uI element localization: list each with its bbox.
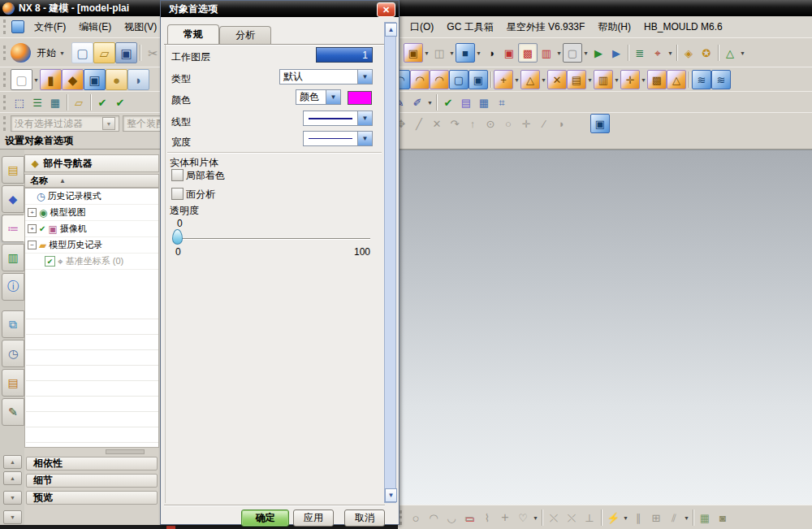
thicken-button[interactable]: ▣ <box>469 70 488 89</box>
toolbar-grip[interactable] <box>3 72 7 87</box>
sketch-fillet-button[interactable]: ◡ <box>443 509 460 527</box>
sketch-polyline-button[interactable]: ⌇ <box>478 509 496 527</box>
frame-select-button[interactable]: ⬚ <box>11 93 28 111</box>
through-curves-button[interactable]: ≋ <box>711 70 731 89</box>
extrude-button[interactable]: ▮ <box>40 69 62 90</box>
window-cascade-button[interactable]: ▶ <box>607 44 625 62</box>
sketch-movie-button[interactable]: ◙ <box>714 509 732 527</box>
rendering-style-button[interactable]: ◑ <box>482 44 500 62</box>
sketch-trim-button[interactable]: ⤬ <box>545 509 563 527</box>
cancel-button[interactable]: 取消 <box>344 509 385 527</box>
sketch-quick-trim-button[interactable]: ⚡ <box>604 509 622 527</box>
tree-item-history-mode[interactable]: ◷ 历史记录模式 <box>25 189 158 205</box>
tab-constraint-navigator[interactable]: ◆ <box>2 185 24 213</box>
snap-arc-icon[interactable]: ↷ <box>446 115 464 132</box>
linetype-combo[interactable]: ▼ <box>303 111 373 126</box>
save-button[interactable]: ▣ <box>115 42 137 63</box>
pull-face-button[interactable]: △ <box>520 70 540 89</box>
open-file-button[interactable]: ▱ <box>93 42 115 63</box>
snap-pole-icon[interactable]: ↑ <box>464 115 482 132</box>
tab-assembly-navigator[interactable]: ▤ <box>2 156 24 184</box>
toolbar-grip[interactable] <box>3 116 7 131</box>
note-tag-button[interactable]: ▱ <box>70 93 88 111</box>
tab-general[interactable]: 常规 <box>167 24 219 44</box>
sketch-circle-button[interactable]: ○ <box>407 509 425 527</box>
bounded-plane-button[interactable]: ▢ <box>449 70 469 89</box>
snap-intersection-icon[interactable]: ✛ <box>517 115 535 132</box>
sketch-trim2-button[interactable]: ⤬ <box>563 509 581 527</box>
menu-hb-mould[interactable]: HB_MOULD M6.6 <box>637 19 729 35</box>
toolbar-grip[interactable] <box>3 20 8 34</box>
check-list-button[interactable]: ▤ <box>457 93 475 111</box>
sketch-extend-button[interactable]: ⊥ <box>581 509 598 527</box>
shading-checkbox[interactable] <box>171 169 184 181</box>
nx-app-icon[interactable] <box>11 43 31 63</box>
tree-item-datum-csys[interactable]: ✔ ⌖ 基准坐标系 (0) <box>25 254 158 270</box>
color-combo[interactable]: 颜色 ▼ <box>296 89 341 105</box>
menu-edit[interactable]: 编辑(E) <box>72 18 118 37</box>
snapshot-button[interactable]: ▣ <box>404 43 423 63</box>
menu-gc-toolbox[interactable]: GC 工具箱 <box>440 18 499 37</box>
toolbar-grip[interactable] <box>3 95 7 110</box>
new-file-button[interactable]: ▢ <box>71 42 93 63</box>
sketch-dimension-button[interactable]: ⊞ <box>647 509 665 527</box>
sketch-point-button[interactable]: + <box>496 509 514 527</box>
menu-view[interactable]: 视图(V) <box>118 18 163 37</box>
work-layer-input[interactable]: 1 <box>316 47 373 63</box>
verify-1-button[interactable]: ✔ <box>93 93 111 111</box>
tab-internet-page[interactable]: ⧉ <box>2 310 24 338</box>
resource-scroll-top-button[interactable]: ▲ <box>3 455 22 469</box>
role-gold-button[interactable]: ◈ <box>680 44 698 62</box>
dialog-titlebar[interactable]: 对象首选项 <box>161 1 399 17</box>
tab-web-browser[interactable]: ⓘ <box>2 273 24 301</box>
start-button[interactable]: 开始 ▼ <box>31 42 71 63</box>
shell-button[interactable]: ◗ <box>127 69 149 90</box>
navigator-column-header[interactable]: 名称 ▲ <box>24 174 159 188</box>
tab-analysis[interactable]: 分析 <box>219 26 271 44</box>
dialog-scrollbar[interactable]: ▲ ▼ <box>384 22 396 503</box>
snap-endpoint-icon[interactable]: ╱ <box>410 115 428 132</box>
panel-dependencies[interactable]: 相依性 <box>26 457 158 470</box>
surface-swoop-button[interactable]: ◠ <box>410 70 430 89</box>
chevron-down-icon[interactable]: ▼ <box>357 111 372 125</box>
datum-triad-button[interactable]: △ <box>721 44 739 62</box>
key-tool-button[interactable]: ✪ <box>698 44 715 62</box>
delete-face-button[interactable]: ✕ <box>547 70 567 89</box>
chevron-down-icon[interactable]: ▼ <box>326 90 340 104</box>
tree-item-model-views[interactable]: + ◉ 模型视图 <box>25 205 158 221</box>
boss-button[interactable]: ● <box>106 69 127 90</box>
facet-body-button[interactable]: ▥ <box>538 44 555 62</box>
selection-filter-combo[interactable]: 没有选择过滤器 ▼ <box>11 115 119 132</box>
resource-scroll-bottom-button[interactable]: ▼ <box>3 510 22 524</box>
copy-face-button[interactable]: ▤ <box>567 70 586 89</box>
snap-center-icon[interactable]: ⊙ <box>482 115 499 132</box>
hole-button[interactable]: ▣ <box>84 69 106 90</box>
resize-face-button[interactable]: ✛ <box>620 70 640 89</box>
snap-midpoint-icon[interactable]: ✕ <box>428 115 446 132</box>
expand-plus-icon[interactable]: + <box>28 224 37 233</box>
revolve-button[interactable]: ◆ <box>62 69 84 90</box>
width-combo[interactable]: ▼ <box>303 131 373 146</box>
layer-list-button[interactable]: ▦ <box>46 93 64 111</box>
transparency-slider-track[interactable] <box>174 238 370 239</box>
tab-part-navigator[interactable]: ≔ <box>2 215 24 242</box>
toolbar-grip[interactable] <box>400 510 404 525</box>
checked-checkbox-icon[interactable]: ✔ <box>45 256 55 267</box>
verify-2-button[interactable]: ✔ <box>111 93 129 111</box>
layer-stack-button[interactable]: ☰ <box>28 93 46 111</box>
wcs-display-button[interactable]: ⌖ <box>649 44 667 62</box>
toolbar-grip[interactable] <box>3 46 7 60</box>
sketch-reattach-button[interactable]: ▦ <box>696 509 714 527</box>
tab-roles[interactable]: ✎ <box>2 398 24 426</box>
check-table-button[interactable]: ▦ <box>475 93 493 111</box>
apply-button[interactable]: 应用 <box>293 509 334 527</box>
ok-button[interactable]: 确定 <box>241 509 289 527</box>
type-combo[interactable]: 默认 ▼ <box>279 69 373 85</box>
panel-preview[interactable]: 预览 <box>26 491 158 505</box>
tree-item-cameras[interactable]: + ✔ ▣ 摄像机 <box>25 221 158 237</box>
scroll-down-button[interactable]: ▼ <box>385 488 397 502</box>
menu-window[interactable]: 口(O) <box>404 18 440 37</box>
expand-minus-icon[interactable]: − <box>28 241 37 249</box>
panel-splitter[interactable] <box>24 449 159 453</box>
paste-face-button[interactable]: ▥ <box>594 70 613 89</box>
